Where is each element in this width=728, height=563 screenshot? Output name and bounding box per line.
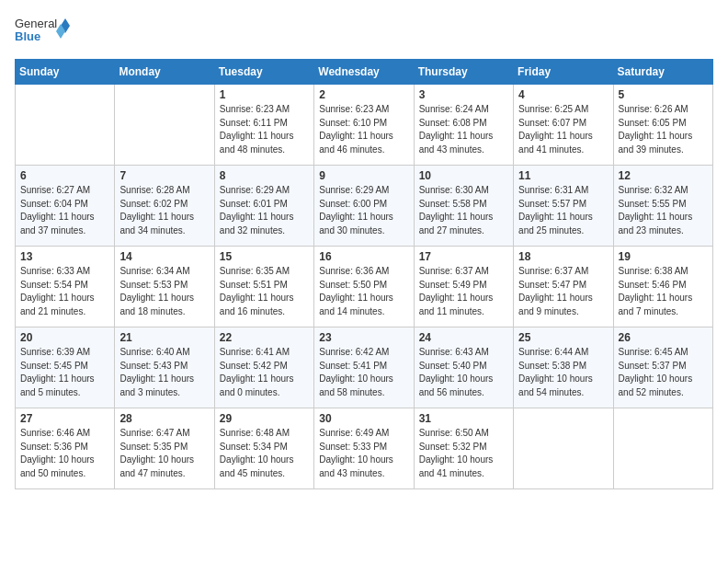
calendar-cell: 24Sunrise: 6:43 AM Sunset: 5:40 PM Dayli…: [414, 327, 513, 408]
day-number: 30: [319, 412, 408, 425]
day-number: 16: [319, 250, 408, 263]
calendar-cell: 2Sunrise: 6:23 AM Sunset: 6:10 PM Daylig…: [314, 85, 414, 166]
day-info: Sunrise: 6:41 AM Sunset: 5:42 PM Dayligh…: [220, 346, 309, 399]
day-info: Sunrise: 6:37 AM Sunset: 5:49 PM Dayligh…: [419, 265, 508, 318]
calendar-cell: 10Sunrise: 6:30 AM Sunset: 5:58 PM Dayli…: [414, 166, 513, 247]
day-info: Sunrise: 6:31 AM Sunset: 5:57 PM Dayligh…: [518, 184, 608, 237]
calendar-cell: 7Sunrise: 6:28 AM Sunset: 6:02 PM Daylig…: [115, 166, 214, 247]
calendar-cell: 6Sunrise: 6:27 AM Sunset: 6:04 PM Daylig…: [16, 166, 115, 247]
calendar-cell: 4Sunrise: 6:25 AM Sunset: 6:07 PM Daylig…: [514, 85, 613, 166]
day-info: Sunrise: 6:37 AM Sunset: 5:47 PM Dayligh…: [518, 265, 608, 318]
calendar-cell: 18Sunrise: 6:37 AM Sunset: 5:47 PM Dayli…: [514, 247, 613, 327]
calendar-cell: 9Sunrise: 6:29 AM Sunset: 6:00 PM Daylig…: [314, 166, 414, 247]
day-number: 26: [619, 331, 708, 344]
weekday-label: Saturday: [613, 60, 712, 85]
day-info: Sunrise: 6:30 AM Sunset: 5:58 PM Dayligh…: [419, 184, 508, 237]
calendar-cell: [613, 408, 712, 489]
day-number: 21: [119, 331, 209, 344]
calendar-cell: [115, 85, 214, 166]
calendar-cell: 16Sunrise: 6:36 AM Sunset: 5:50 PM Dayli…: [314, 247, 414, 327]
calendar-cell: 17Sunrise: 6:37 AM Sunset: 5:49 PM Dayli…: [414, 247, 513, 327]
weekday-label: Monday: [115, 60, 214, 85]
calendar-cell: [514, 408, 613, 489]
calendar-cell: 31Sunrise: 6:50 AM Sunset: 5:32 PM Dayli…: [414, 408, 513, 489]
calendar-cell: [16, 85, 115, 166]
calendar-cell: 8Sunrise: 6:29 AM Sunset: 6:01 PM Daylig…: [214, 166, 313, 247]
svg-text:Blue: Blue: [15, 29, 40, 43]
day-number: 2: [319, 88, 408, 101]
weekday-label: Thursday: [414, 60, 513, 85]
day-number: 13: [20, 250, 109, 263]
day-number: 14: [119, 250, 209, 263]
day-info: Sunrise: 6:39 AM Sunset: 5:45 PM Dayligh…: [20, 346, 109, 399]
calendar-cell: 27Sunrise: 6:46 AM Sunset: 5:36 PM Dayli…: [16, 408, 115, 489]
calendar-body: 1Sunrise: 6:23 AM Sunset: 6:11 PM Daylig…: [16, 85, 713, 489]
day-info: Sunrise: 6:49 AM Sunset: 5:33 PM Dayligh…: [319, 427, 408, 480]
page-header: General Blue: [15, 15, 713, 48]
weekday-label: Wednesday: [314, 60, 414, 85]
day-number: 3: [419, 88, 508, 101]
day-info: Sunrise: 6:34 AM Sunset: 5:53 PM Dayligh…: [119, 265, 209, 318]
day-number: 23: [319, 331, 408, 344]
day-number: 19: [619, 250, 708, 263]
calendar-cell: 20Sunrise: 6:39 AM Sunset: 5:45 PM Dayli…: [16, 327, 115, 408]
day-info: Sunrise: 6:24 AM Sunset: 6:08 PM Dayligh…: [419, 103, 508, 156]
day-number: 6: [20, 169, 109, 182]
day-info: Sunrise: 6:48 AM Sunset: 5:34 PM Dayligh…: [220, 427, 309, 480]
day-number: 15: [220, 250, 309, 263]
day-info: Sunrise: 6:35 AM Sunset: 5:51 PM Dayligh…: [220, 265, 309, 318]
logo: General Blue: [15, 15, 70, 48]
day-info: Sunrise: 6:33 AM Sunset: 5:54 PM Dayligh…: [20, 265, 109, 318]
calendar-cell: 5Sunrise: 6:26 AM Sunset: 6:05 PM Daylig…: [613, 85, 712, 166]
day-number: 4: [518, 88, 608, 101]
day-number: 24: [419, 331, 508, 344]
day-number: 12: [619, 169, 708, 182]
day-info: Sunrise: 6:28 AM Sunset: 6:02 PM Dayligh…: [119, 184, 209, 237]
day-number: 28: [119, 412, 209, 425]
day-number: 8: [220, 169, 309, 182]
day-info: Sunrise: 6:42 AM Sunset: 5:41 PM Dayligh…: [319, 346, 408, 399]
day-number: 27: [20, 412, 109, 425]
day-info: Sunrise: 6:26 AM Sunset: 6:05 PM Dayligh…: [619, 103, 708, 156]
calendar-week-row: 13Sunrise: 6:33 AM Sunset: 5:54 PM Dayli…: [16, 247, 713, 327]
calendar-cell: 26Sunrise: 6:45 AM Sunset: 5:37 PM Dayli…: [613, 327, 712, 408]
day-info: Sunrise: 6:46 AM Sunset: 5:36 PM Dayligh…: [20, 427, 109, 480]
calendar-cell: 21Sunrise: 6:40 AM Sunset: 5:43 PM Dayli…: [115, 327, 214, 408]
calendar-week-row: 1Sunrise: 6:23 AM Sunset: 6:11 PM Daylig…: [16, 85, 713, 166]
day-info: Sunrise: 6:23 AM Sunset: 6:11 PM Dayligh…: [220, 103, 309, 156]
weekday-label: Tuesday: [214, 60, 313, 85]
day-info: Sunrise: 6:40 AM Sunset: 5:43 PM Dayligh…: [119, 346, 209, 399]
day-number: 31: [419, 412, 508, 425]
day-number: 1: [220, 88, 309, 101]
day-number: 25: [518, 331, 608, 344]
weekday-label: Sunday: [16, 60, 115, 85]
calendar-cell: 3Sunrise: 6:24 AM Sunset: 6:08 PM Daylig…: [414, 85, 513, 166]
day-number: 11: [518, 169, 608, 182]
day-number: 20: [20, 331, 109, 344]
day-info: Sunrise: 6:47 AM Sunset: 5:35 PM Dayligh…: [119, 427, 209, 480]
calendar-cell: 29Sunrise: 6:48 AM Sunset: 5:34 PM Dayli…: [214, 408, 313, 489]
calendar-cell: 19Sunrise: 6:38 AM Sunset: 5:46 PM Dayli…: [613, 247, 712, 327]
day-info: Sunrise: 6:32 AM Sunset: 5:55 PM Dayligh…: [619, 184, 708, 237]
day-info: Sunrise: 6:45 AM Sunset: 5:37 PM Dayligh…: [619, 346, 708, 399]
day-number: 22: [220, 331, 309, 344]
day-info: Sunrise: 6:25 AM Sunset: 6:07 PM Dayligh…: [518, 103, 608, 156]
calendar-week-row: 27Sunrise: 6:46 AM Sunset: 5:36 PM Dayli…: [16, 408, 713, 489]
day-info: Sunrise: 6:38 AM Sunset: 5:46 PM Dayligh…: [619, 265, 708, 318]
day-number: 10: [419, 169, 508, 182]
day-number: 5: [619, 88, 708, 101]
calendar-cell: 12Sunrise: 6:32 AM Sunset: 5:55 PM Dayli…: [613, 166, 712, 247]
calendar-cell: 23Sunrise: 6:42 AM Sunset: 5:41 PM Dayli…: [314, 327, 414, 408]
calendar-cell: 1Sunrise: 6:23 AM Sunset: 6:11 PM Daylig…: [214, 85, 313, 166]
day-info: Sunrise: 6:29 AM Sunset: 6:01 PM Dayligh…: [220, 184, 309, 237]
day-info: Sunrise: 6:23 AM Sunset: 6:10 PM Dayligh…: [319, 103, 408, 156]
day-info: Sunrise: 6:44 AM Sunset: 5:38 PM Dayligh…: [518, 346, 608, 399]
weekday-label: Friday: [514, 60, 613, 85]
calendar-cell: 11Sunrise: 6:31 AM Sunset: 5:57 PM Dayli…: [514, 166, 613, 247]
day-info: Sunrise: 6:27 AM Sunset: 6:04 PM Dayligh…: [20, 184, 109, 237]
day-info: Sunrise: 6:36 AM Sunset: 5:50 PM Dayligh…: [319, 265, 408, 318]
day-info: Sunrise: 6:50 AM Sunset: 5:32 PM Dayligh…: [419, 427, 508, 480]
calendar-cell: 28Sunrise: 6:47 AM Sunset: 5:35 PM Dayli…: [115, 408, 214, 489]
calendar-cell: 15Sunrise: 6:35 AM Sunset: 5:51 PM Dayli…: [214, 247, 313, 327]
day-number: 18: [518, 250, 608, 263]
